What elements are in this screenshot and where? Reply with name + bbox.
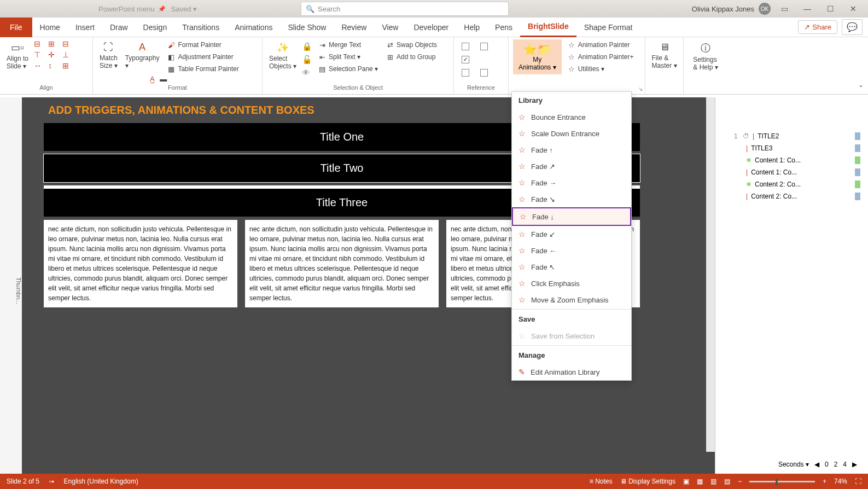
share-button[interactable]: ↗Share [798,20,837,34]
timeline-next-icon[interactable]: ▶ [852,461,857,468]
anim-pane-row[interactable]: |Content 2: Co... [732,190,863,202]
zoom-slider[interactable] [749,481,815,482]
seconds-dropdown[interactable]: Seconds ▾ [778,461,809,468]
unlock-icon[interactable]: 🔓 [302,55,312,65]
content-box-1[interactable]: nec ante dictum, non sollicitudin justo … [44,220,237,307]
dist-v-icon[interactable]: ↕ [48,61,60,70]
align-top-icon[interactable]: ⊤ [34,50,46,59]
language[interactable]: English (United Kingdom) [64,478,138,485]
tab-view[interactable]: View [374,18,406,37]
adjustment-painter-button[interactable]: ◧Adjustment Painter [165,51,241,62]
format-painter-button[interactable]: 🖌Format Painter [165,39,241,50]
tab-insert[interactable]: Insert [68,18,102,37]
fit-to-window-icon[interactable]: ⛶ [855,478,861,485]
align-left-icon[interactable]: ⊟ [34,39,46,48]
align-grid-icon[interactable]: ⊞ [62,61,74,70]
anim-fade-upright[interactable]: ☆Fade ↗ [512,158,631,174]
reading-view-icon[interactable]: ▥ [710,478,716,485]
file-tab[interactable]: File [0,18,32,37]
anim-move-zoom-emphasis[interactable]: ☆Move & Zoom Emphasis [512,292,631,308]
align-bot-icon[interactable]: ⊥ [62,50,74,59]
my-animations-button[interactable]: ⭐📁My Animations ▾ [513,39,562,74]
tab-design[interactable]: Design [136,18,175,37]
slideshow-view-icon[interactable]: ▤ [724,478,730,485]
collapse-ribbon-icon[interactable]: ⌄ [858,37,868,94]
comments-button[interactable]: 💬 [842,19,863,35]
match-size-button[interactable]: ⛶Match Size ▾ [97,39,120,72]
ref-check-3[interactable] [462,56,469,63]
anim-pane-row[interactable]: |TITLE3 [732,142,863,154]
display-settings-button[interactable]: 🖥 Display Settings [620,478,675,485]
ribbon-display-icon[interactable]: ▭ [775,4,794,13]
tab-slideshow[interactable]: Slide Show [280,18,334,37]
timeline-prev-icon[interactable]: ◀ [814,461,819,468]
tab-animations[interactable]: Animations [227,18,280,37]
user-name[interactable]: Olivia Kippax Jones [692,5,754,13]
anim-fade-upleft[interactable]: ☆Fade ↖ [512,259,631,275]
tab-developer[interactable]: Developer [406,18,456,37]
ref-check-4[interactable] [462,69,469,77]
lock-icon[interactable]: 🔒 [302,42,312,51]
sorter-view-icon[interactable]: ▦ [697,478,703,485]
tab-help[interactable]: Help [456,18,487,37]
search-input[interactable]: 🔍 Search [301,2,509,16]
selection-pane-button[interactable]: ▤Selection Pane ▾ [316,63,380,74]
anim-scale-down-entrance[interactable]: ☆Scale Down Entrance [512,125,631,142]
anim-fade-up[interactable]: ☆Fade ↑ [512,142,631,158]
font-color-icon[interactable]: A̲ [148,74,157,83]
file-master-button[interactable]: 🖥File & Master ▾ [650,39,679,72]
align-mid-icon[interactable]: ✛ [48,50,60,59]
anim-pane-row[interactable]: ✳Content 2: Co... [732,178,863,190]
merge-text-button[interactable]: ⇥Merge Text [316,39,380,50]
anim-fade-right[interactable]: ☆Fade → [512,174,631,191]
ref-check-5[interactable] [480,69,488,77]
tab-brightslide[interactable]: BrightSlide [520,18,576,37]
zoom-percent[interactable]: 74% [834,478,847,485]
animation-painter-button[interactable]: ☆Animation Painter [565,39,636,50]
minimize-icon[interactable]: — [798,4,817,13]
zoom-in-icon[interactable]: + [823,478,826,485]
maximize-icon[interactable]: ☐ [821,4,840,13]
ref-check-2[interactable] [480,43,488,50]
accessibility-icon[interactable]: ▫▪ [49,478,54,485]
vertical-scrollbar[interactable] [706,97,715,452]
anim-pane-row[interactable]: |Content 1: Co... [732,166,863,178]
anim-fade-downleft[interactable]: ☆Fade ↙ [512,226,631,242]
split-text-button[interactable]: ⇤Split Text ▾ [316,51,380,62]
anim-pane-row[interactable]: 1⏱|TITLE2 [732,130,863,142]
align-to-slide-button[interactable]: ▭▫Align to Slide ▾ [4,39,31,72]
anim-click-emphasis[interactable]: ☆Click Emphasis [512,275,631,292]
anim-fade-down[interactable]: ☆Fade ↓ [512,207,631,226]
slide-counter[interactable]: Slide 2 of 5 [7,478,39,485]
tab-review[interactable]: Review [334,18,374,37]
select-objects-button[interactable]: ✨Select Objects ▾ [267,39,299,72]
eye-icon[interactable]: 👁 [302,68,312,77]
tab-transitions[interactable]: Transitions [174,18,227,37]
thumbnail-rail[interactable]: Thumbn... [0,97,22,474]
tab-draw[interactable]: Draw [102,18,136,37]
edit-animation-library[interactable]: ✎Edit Animation Library [512,364,631,380]
anim-fade-downright[interactable]: ☆Fade ↘ [512,191,631,207]
zoom-out-icon[interactable]: − [738,478,742,485]
swap-objects-button[interactable]: ⇄Swap Objects [383,39,439,50]
fill-icon[interactable]: ▬ [159,74,168,83]
anim-pane-row[interactable]: ✳Content 1: Co... [732,154,863,166]
anim-bounce-entrance[interactable]: ☆Bounce Entrance [512,109,631,125]
settings-help-button[interactable]: ⓘSettings & Help ▾ [688,39,723,73]
notes-button[interactable]: ≡ Notes [590,478,613,485]
add-to-group-button[interactable]: ⊞Add to Group [383,51,439,62]
animation-painter-plus-button[interactable]: ☆Animation Painter+ [565,51,636,62]
ref-check-1[interactable] [462,43,469,50]
saved-status[interactable]: Saved ▾ [171,5,197,13]
dialog-launcher-icon[interactable]: ↘ [638,86,643,92]
tab-shapeformat[interactable]: Shape Format [576,18,640,37]
close-icon[interactable]: ✕ [844,4,863,13]
tab-pens[interactable]: Pens [487,18,520,37]
align-right-icon[interactable]: ⊟ [62,39,74,48]
normal-view-icon[interactable]: ▣ [683,478,689,485]
anim-fade-left[interactable]: ☆Fade ← [512,242,631,259]
avatar[interactable]: OK [759,3,771,15]
utilities-button[interactable]: ☆Utilities ▾ [565,63,636,74]
align-center-icon[interactable]: ⊞ [48,39,60,48]
table-format-painter-button[interactable]: ▦Table Format Painter [165,63,241,74]
